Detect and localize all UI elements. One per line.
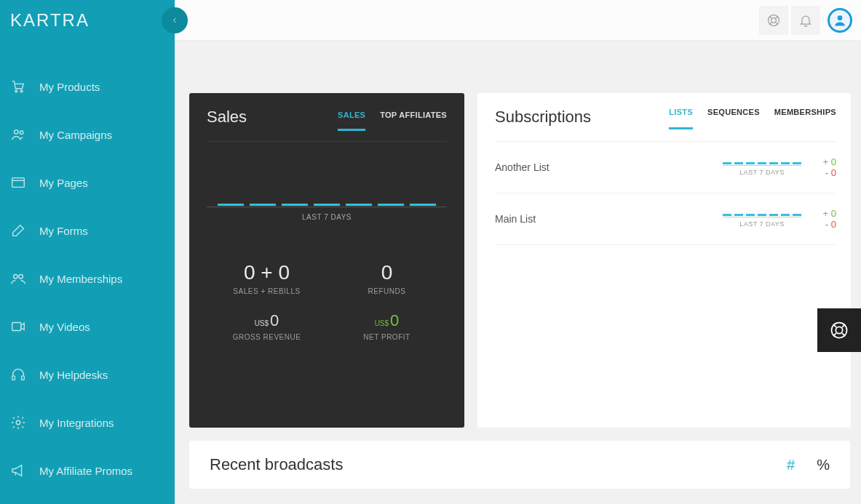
sales-tabs: SALES TOP AFFILIATES xyxy=(338,111,447,124)
sidebar-item-label: My Integrations xyxy=(39,417,114,429)
megaphone-icon xyxy=(10,463,26,479)
list-row[interactable]: Another List LAST 7 DAYS + 0 - 0 xyxy=(495,142,836,193)
notifications-button[interactable] xyxy=(791,6,820,35)
sidebar-nav: My Products My Campaigns My Pages My For… xyxy=(0,63,175,495)
sidebar-item-pages[interactable]: My Pages xyxy=(0,159,175,207)
refunds-label: REFUNDS xyxy=(327,287,447,295)
broadcasts-count-toggle[interactable]: # xyxy=(787,457,795,473)
sales-chart: LAST 7 DAYS xyxy=(207,193,447,221)
sales-sparkline xyxy=(207,193,447,207)
sidebar-item-memberships[interactable]: My Memberships xyxy=(0,255,175,303)
sidebar-item-label: My Forms xyxy=(39,225,88,237)
sidebar-item-label: My Helpdesks xyxy=(39,369,108,381)
bell-icon xyxy=(798,13,813,28)
browser-icon xyxy=(10,175,26,191)
svg-point-3 xyxy=(20,131,23,135)
cart-icon xyxy=(10,79,26,95)
svg-rect-9 xyxy=(22,376,25,380)
list-chart-caption: LAST 7 DAYS xyxy=(723,169,801,176)
list-row[interactable]: Main List LAST 7 DAYS + 0 - 0 xyxy=(495,193,836,245)
sidebar-item-videos[interactable]: My Videos xyxy=(0,303,175,351)
sidebar-item-label: My Videos xyxy=(39,321,90,333)
delta-up: + 0 xyxy=(814,208,836,219)
sidebar-item-label: My Affiliate Promos xyxy=(39,465,132,477)
subscriptions-card: Subscriptions LISTS SEQUENCES MEMBERSHIP… xyxy=(477,93,851,428)
recent-broadcasts-card: Recent broadcasts # % xyxy=(189,441,850,489)
list-sparkline: LAST 7 DAYS xyxy=(723,210,801,228)
broadcasts-toggle: # % xyxy=(787,457,830,473)
dashboard-content: Sales SALES TOP AFFILIATES LAST 7 DAYS xyxy=(175,41,861,503)
svg-point-1 xyxy=(20,90,23,92)
net-profit-label: NET PROFIT xyxy=(327,333,447,341)
svg-point-0 xyxy=(15,90,17,92)
sidebar-item-label: My Pages xyxy=(39,177,88,189)
broadcasts-title: Recent broadcasts xyxy=(210,455,343,474)
net-profit-value: US$0 xyxy=(327,311,447,330)
sidebar-item-label: My Campaigns xyxy=(39,129,112,141)
refunds-value: 0 xyxy=(327,261,447,284)
broadcasts-percent-toggle[interactable]: % xyxy=(817,457,830,473)
svg-rect-4 xyxy=(12,178,25,188)
users-icon xyxy=(10,127,26,143)
group-icon xyxy=(10,271,26,287)
list-chart-caption: LAST 7 DAYS xyxy=(723,220,801,228)
sidebar: KARTRA My Products My Campaigns My Pages… xyxy=(0,0,175,504)
topbar xyxy=(175,0,861,41)
gross-revenue-label: GROSS REVENUE xyxy=(207,333,327,341)
lifebuoy-icon xyxy=(766,13,781,28)
svg-point-5 xyxy=(14,275,17,279)
divider xyxy=(207,141,447,142)
user-icon xyxy=(833,13,847,28)
edit-icon xyxy=(10,223,26,239)
svg-point-2 xyxy=(15,130,19,135)
svg-point-13 xyxy=(838,15,843,20)
svg-point-15 xyxy=(836,327,842,333)
collapse-sidebar-button[interactable] xyxy=(162,7,188,33)
list-name: Another List xyxy=(495,161,723,173)
sidebar-item-label: My Products xyxy=(39,81,100,93)
tab-sequences[interactable]: SEQUENCES xyxy=(707,108,760,122)
svg-rect-8 xyxy=(12,376,15,380)
list-name: Main List xyxy=(495,213,723,225)
brand-logo: KARTRA xyxy=(0,0,175,41)
sidebar-item-products[interactable]: My Products xyxy=(0,63,175,111)
svg-point-6 xyxy=(19,275,23,279)
sidebar-item-label: My Memberships xyxy=(39,273,122,285)
delta-up: + 0 xyxy=(814,156,836,167)
sales-rebills-label: SALES + REBILLS xyxy=(207,287,327,295)
main-area: Sales SALES TOP AFFILIATES LAST 7 DAYS xyxy=(175,0,861,504)
svg-point-12 xyxy=(771,17,777,23)
help-button[interactable] xyxy=(759,6,788,35)
gross-revenue-value: US$0 xyxy=(207,311,327,330)
headset-icon xyxy=(10,367,26,383)
video-icon xyxy=(10,319,26,335)
delta-down: - 0 xyxy=(814,219,836,230)
tab-sales[interactable]: SALES xyxy=(338,111,365,124)
tab-lists[interactable]: LISTS xyxy=(669,108,693,122)
sidebar-item-integrations[interactable]: My Integrations xyxy=(0,399,175,447)
sidebar-item-campaigns[interactable]: My Campaigns xyxy=(0,111,175,159)
chevron-left-icon xyxy=(170,16,179,25)
subscriptions-title: Subscriptions xyxy=(495,108,591,127)
lifebuoy-icon xyxy=(829,320,849,340)
subscriptions-tabs: LISTS SEQUENCES MEMBERSHIPS xyxy=(669,108,836,122)
floating-help-button[interactable] xyxy=(817,308,861,352)
user-avatar[interactable] xyxy=(828,8,852,33)
gear-icon xyxy=(10,415,26,431)
sidebar-item-affiliate-promos[interactable]: My Affiliate Promos xyxy=(0,447,175,495)
svg-point-10 xyxy=(16,420,20,425)
sales-title: Sales xyxy=(207,108,247,127)
sales-card: Sales SALES TOP AFFILIATES LAST 7 DAYS xyxy=(189,93,464,428)
delta-down: - 0 xyxy=(814,167,836,178)
tab-memberships[interactable]: MEMBERSHIPS xyxy=(774,108,836,122)
svg-rect-7 xyxy=(12,323,21,331)
list-sparkline: LAST 7 DAYS xyxy=(723,159,801,176)
sales-chart-caption: LAST 7 DAYS xyxy=(207,213,447,221)
sales-rebills-value: 0 + 0 xyxy=(207,261,327,284)
sidebar-item-helpdesks[interactable]: My Helpdesks xyxy=(0,351,175,399)
sidebar-item-forms[interactable]: My Forms xyxy=(0,207,175,255)
brand-text: KARTRA xyxy=(10,10,90,31)
tab-top-affiliates[interactable]: TOP AFFILIATES xyxy=(380,111,447,124)
